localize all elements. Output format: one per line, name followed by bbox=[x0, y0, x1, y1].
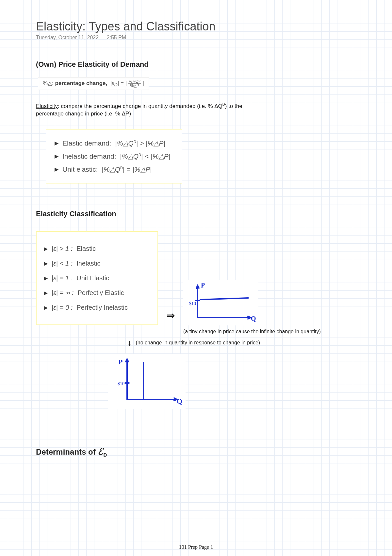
bullet-icon: ▶ bbox=[44, 290, 48, 296]
graph-perfectly-elastic: P Q $10 bbox=[183, 280, 258, 325]
class-perfectly-inelastic: ▶ |ε| = 0 : Perfectly Inelastic bbox=[44, 304, 149, 311]
caption-perfectly-inelastic: (no change in quantity in response to ch… bbox=[136, 339, 260, 345]
highlight-box-classification: ▶ |ε| > 1 : Elastic ▶ |ε| < 1 : Inelasti… bbox=[36, 231, 158, 325]
rule-elastic: ▶ Elastic demand: |%△QD| > |%△P| bbox=[55, 139, 170, 147]
elasticity-sup: D bbox=[222, 102, 225, 106]
class-name: Unit Elastic bbox=[76, 274, 109, 282]
tick-label: $10 bbox=[189, 301, 196, 306]
class-name: Perfectly Elastic bbox=[77, 289, 124, 297]
axis-q-label: Q bbox=[251, 315, 256, 322]
tick-label: $10 bbox=[118, 381, 124, 386]
elasticity-text-1: : compare the percentage change in quant… bbox=[58, 103, 222, 109]
class-perfectly-elastic: ▶ |ε| = ∞ : Perfectly Elastic bbox=[44, 289, 149, 297]
arrow-down-icon: ↓ bbox=[127, 338, 132, 348]
formula-prefix: %△: bbox=[43, 80, 55, 86]
bullet-icon: ▶ bbox=[55, 153, 58, 159]
elasticity-lead: Elasticity bbox=[36, 103, 58, 109]
rule-expr: |%△QD| = |%△P| bbox=[102, 165, 152, 173]
highlight-box-rules: ▶ Elastic demand: |%△QD| > |%△P| ▶ Inela… bbox=[46, 129, 182, 183]
class-name: Elastic bbox=[76, 245, 96, 252]
section-heading-ped: (Own) Price Elasticity of Demand bbox=[36, 60, 356, 69]
page-date: Tuesday, October 11, 2022 bbox=[36, 35, 99, 40]
page-footer: 101 Prep Page 1 bbox=[0, 544, 392, 550]
bullet-icon: ▶ bbox=[55, 140, 58, 146]
rule-label: Inelastic demand: bbox=[62, 152, 116, 160]
perfectly-inelastic-note: ↓ (no change in quantity in response to … bbox=[127, 338, 356, 348]
bullet-icon: ▶ bbox=[44, 260, 48, 267]
rule-expr: |%△QD| > |%△P| bbox=[115, 139, 165, 147]
page-meta: Tuesday, October 11, 2022 2:55 PM bbox=[36, 35, 356, 41]
det-pre: Determinants of bbox=[36, 447, 98, 456]
formula-denominator: %△P bbox=[128, 84, 141, 88]
det-symbol: ℰ bbox=[98, 446, 103, 457]
section-heading-classification: Elasticity Classification bbox=[36, 210, 356, 218]
graph-perfectly-inelastic: P Q $10 bbox=[108, 354, 186, 409]
rule-label: Elastic demand: bbox=[62, 139, 111, 147]
bullet-icon: ▶ bbox=[44, 304, 48, 311]
axis-q-label: Q bbox=[177, 397, 182, 405]
bullet-icon: ▶ bbox=[44, 275, 48, 281]
elasticity-definition-text: Elasticity: compare the percentage chang… bbox=[36, 102, 258, 118]
page-time: 2:55 PM bbox=[107, 35, 126, 40]
svg-line-2 bbox=[200, 298, 248, 300]
section-heading-determinants: Determinants of ℰD bbox=[36, 446, 356, 458]
class-elastic: ▶ |ε| > 1 : Elastic bbox=[44, 245, 149, 252]
page-content: Elasticity: Types and Classification Tue… bbox=[0, 0, 392, 470]
bullet-icon: ▶ bbox=[55, 166, 58, 172]
rule-unit-elastic: ▶ Unit elastic: |%△QD| = |%△P| bbox=[55, 165, 170, 173]
det-sub: D bbox=[103, 452, 107, 457]
caption-perfectly-elastic: (a tiny change in price cause the infini… bbox=[183, 329, 321, 335]
rule-expr: |%△QD| < |%△P| bbox=[120, 152, 171, 160]
class-name: Inelastic bbox=[76, 260, 100, 267]
axis-p-label: P bbox=[201, 282, 205, 289]
rule-label: Unit elastic: bbox=[62, 165, 98, 173]
class-name: Perfectly Inelastic bbox=[76, 304, 128, 311]
page-title: Elasticity: Types and Classification bbox=[36, 20, 356, 33]
arrow-right-icon: ⇒ bbox=[167, 244, 175, 321]
formula-label: percentage change, bbox=[55, 80, 107, 86]
bullet-icon: ▶ bbox=[44, 246, 48, 252]
class-inelastic: ▶ |ε| < 1 : Inelastic bbox=[44, 260, 149, 267]
axis-p-label: P bbox=[118, 358, 122, 366]
formula-definition: %△: percentage change, |εD| = | %△Qᴰ %△P… bbox=[38, 77, 149, 90]
rule-inelastic: ▶ Inelastic demand: |%△QD| < |%△P| bbox=[55, 152, 170, 160]
class-unit: ▶ |ε| = 1 : Unit Elastic bbox=[44, 274, 149, 282]
